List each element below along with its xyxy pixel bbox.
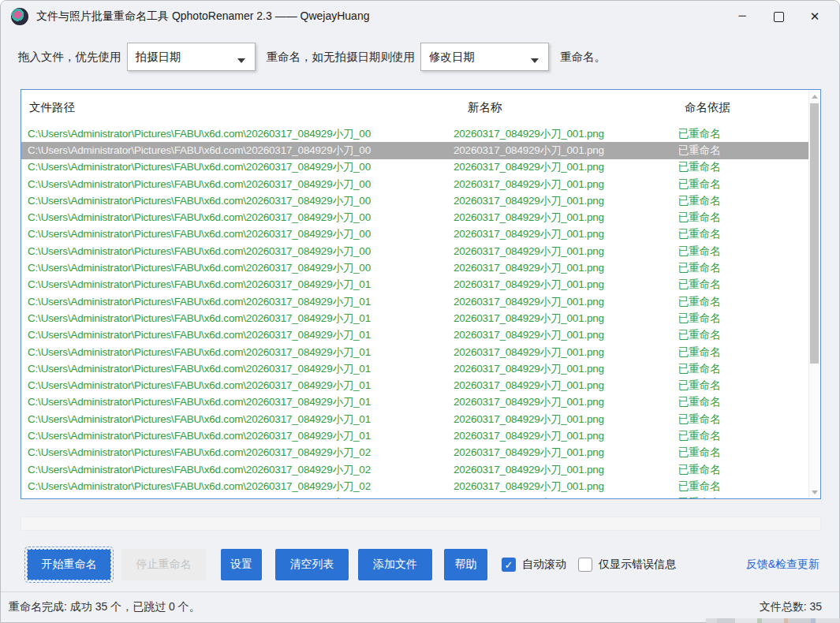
table-row[interactable]: C:\Users\Administrator\Pictures\FABU\x6d… xyxy=(21,344,809,360)
fallback-date-dropdown[interactable]: 修改日期 xyxy=(420,43,549,71)
file-path-cell: C:\Users\Administrator\Pictures\FABU\x6d… xyxy=(21,362,447,376)
table-row[interactable]: C:\Users\Administrator\Pictures\FABU\x6d… xyxy=(21,243,809,259)
table-row[interactable]: C:\Users\Administrator\Pictures\FABU\x6d… xyxy=(21,394,809,411)
file-path-cell: C:\Users\Administrator\Pictures\FABU\x6d… xyxy=(21,144,447,158)
maximize-icon xyxy=(774,12,784,22)
vertical-scrollbar[interactable] xyxy=(808,91,819,498)
status-badge: 已重命名 xyxy=(672,211,809,225)
new-name-cell: 20260317_084929小刀_001.png xyxy=(447,362,672,376)
maximize-button[interactable] xyxy=(760,1,797,32)
file-path-cell: C:\Users\Administrator\Pictures\FABU\x6d… xyxy=(21,211,447,225)
errors-only-checkbox[interactable] xyxy=(578,558,592,572)
file-path-cell: C:\Users\Administrator\Pictures\FABU\x6d… xyxy=(21,312,447,326)
stop-rename-button[interactable]: 停止重命名 xyxy=(121,549,206,580)
close-icon: ✕ xyxy=(810,9,820,24)
status-badge: 已重命名 xyxy=(672,244,809,259)
help-button[interactable]: 帮助 xyxy=(444,549,487,580)
status-badge: 已重命名 xyxy=(672,295,809,309)
column-header-file-path[interactable]: 文件路径 xyxy=(21,100,447,115)
new-name-cell: 20260317_084929小刀_001.png xyxy=(447,144,672,158)
status-badge: 已重命名 xyxy=(672,362,809,376)
rename-result-status: 重命名完成: 成功 35 个，已跳过 0 个。 xyxy=(9,600,200,614)
table-row[interactable]: C:\Users\Administrator\Pictures\FABU\x6d… xyxy=(21,310,809,326)
action-button-row: 开始重命名 停止重命名 设置 清空列表 添加文件 帮助 ✓ 自动滚动 仅显示错误… xyxy=(27,549,676,580)
table-row[interactable]: C:\Users\Administrator\Pictures\FABU\x6d… xyxy=(21,226,809,243)
clear-list-button[interactable]: 清空列表 xyxy=(275,549,349,580)
table-row[interactable]: C:\Users\Administrator\Pictures\FABU\x6d… xyxy=(21,327,809,344)
errors-only-label: 仅显示错误信息 xyxy=(599,558,676,572)
minimize-button[interactable]: ─ xyxy=(724,1,760,32)
file-path-cell: C:\Users\Administrator\Pictures\FABU\x6d… xyxy=(21,278,447,292)
table-row[interactable]: C:\Users\Administrator\Pictures\FABU\x6d… xyxy=(21,159,809,176)
column-header-naming-basis[interactable]: 命名依据 xyxy=(672,100,820,115)
table-row[interactable]: C:\Users\Administrator\Pictures\FABU\x6d… xyxy=(21,377,809,394)
settings-button[interactable]: 设置 xyxy=(221,549,262,580)
feedback-update-link[interactable]: 反馈&检查更新 xyxy=(746,549,819,580)
table-row[interactable]: C:\Users\Administrator\Pictures\FABU\x6d… xyxy=(21,142,809,159)
column-header-new-name[interactable]: 新名称 xyxy=(447,100,672,115)
table-row[interactable]: C:\Users\Administrator\Pictures\FABU\x6d… xyxy=(21,209,809,226)
new-name-cell: 20260317_084929小刀_001.png xyxy=(447,227,672,241)
file-path-cell: C:\Users\Administrator\Pictures\FABU\x6d… xyxy=(21,227,447,241)
table-row[interactable]: C:\Users\Administrator\Pictures\FABU\x6d… xyxy=(21,461,809,478)
primary-date-value: 拍摄日期 xyxy=(136,50,181,65)
file-path-cell: C:\Users\Administrator\Pictures\FABU\x6d… xyxy=(21,446,447,460)
autoscroll-checkbox-group: ✓ 自动滚动 xyxy=(502,558,566,572)
scroll-up-icon[interactable] xyxy=(809,91,819,102)
minimize-icon: ─ xyxy=(738,9,745,21)
table-row[interactable]: C:\Users\Administrator\Pictures\FABU\x6d… xyxy=(21,277,809,293)
file-path-cell: C:\Users\Administrator\Pictures\FABU\x6d… xyxy=(21,496,447,498)
new-name-cell: 20260317_084929小刀_001.png xyxy=(447,211,672,225)
table-row[interactable]: C:\Users\Administrator\Pictures\FABU\x6d… xyxy=(21,192,809,209)
start-rename-button[interactable]: 开始重命名 xyxy=(27,549,111,580)
new-name-cell: 20260317_084929小刀_001.png xyxy=(447,160,672,174)
table-row[interactable]: C:\Users\Administrator\Pictures\FABU\x6d… xyxy=(21,125,809,142)
new-name-cell: 20260317_084929小刀_001.png xyxy=(447,446,672,460)
table-row[interactable]: C:\Users\Administrator\Pictures\FABU\x6d… xyxy=(21,293,809,310)
status-badge: 已重命名 xyxy=(672,227,809,241)
new-name-cell: 20260317_084929小刀_001.png xyxy=(447,379,672,393)
scrollbar-thumb[interactable] xyxy=(810,103,819,364)
file-path-cell: C:\Users\Administrator\Pictures\FABU\x6d… xyxy=(21,328,447,342)
new-name-cell: 20260317_084929小刀_001.png xyxy=(447,261,672,275)
new-name-cell: 20260317_084929小刀_001.png xyxy=(447,412,672,427)
status-badge: 已重命名 xyxy=(672,261,809,275)
app-icon xyxy=(11,8,28,25)
file-path-cell: C:\Users\Administrator\Pictures\FABU\x6d… xyxy=(21,379,447,393)
table-row[interactable]: C:\Users\Administrator\Pictures\FABU\x6d… xyxy=(21,478,809,494)
status-badge: 已重命名 xyxy=(672,278,809,292)
titlebar: 文件与照片批量重命名工具 QphotoRenamer 2.3 —— Qwejay… xyxy=(1,1,839,32)
new-name-cell: 20260317_084929小刀_001.png xyxy=(447,278,672,292)
progress-bar xyxy=(21,517,821,531)
status-badge: 已重命名 xyxy=(672,160,809,174)
new-name-cell: 20260317_084929小刀_001.png xyxy=(447,395,672,409)
primary-date-dropdown[interactable]: 拍摄日期 xyxy=(127,43,256,71)
check-icon: ✓ xyxy=(505,560,513,570)
close-button[interactable]: ✕ xyxy=(797,1,833,32)
table-row[interactable]: C:\Users\Administrator\Pictures\FABU\x6d… xyxy=(21,427,809,444)
table-row[interactable]: C:\Users\Administrator\Pictures\FABU\x6d… xyxy=(21,360,809,377)
table-row[interactable]: C:\Users\Administrator\Pictures\FABU\x6d… xyxy=(21,176,809,192)
table-row[interactable]: C:\Users\Administrator\Pictures\FABU\x6d… xyxy=(21,411,809,427)
scroll-down-icon[interactable] xyxy=(809,487,819,498)
status-badge: 已重命名 xyxy=(672,412,809,427)
status-badge: 已重命名 xyxy=(672,429,809,443)
table-row[interactable]: C:\Users\Administrator\Pictures\FABU\x6d… xyxy=(21,445,809,461)
file-path-cell: C:\Users\Administrator\Pictures\FABU\x6d… xyxy=(21,244,447,259)
new-name-cell: 20260317_084929小刀_001.png xyxy=(447,429,672,443)
new-name-cell: 20260317_084929小刀_001.png xyxy=(447,177,672,192)
status-badge: 已重命名 xyxy=(672,496,809,498)
status-badge: 已重命名 xyxy=(672,328,809,342)
status-badge: 已重命名 xyxy=(672,446,809,460)
file-path-cell: C:\Users\Administrator\Pictures\FABU\x6d… xyxy=(21,345,447,360)
new-name-cell: 20260317_084929小刀_001.png xyxy=(447,496,672,498)
new-name-cell: 20260317_084929小刀_001.png xyxy=(447,194,672,208)
table-header: 文件路径 新名称 命名依据 xyxy=(21,90,820,125)
autoscroll-checkbox[interactable]: ✓ xyxy=(502,558,516,572)
table-row[interactable]: C:\Users\Administrator\Pictures\FABU\x6d… xyxy=(21,259,809,276)
file-path-cell: C:\Users\Administrator\Pictures\FABU\x6d… xyxy=(21,395,447,409)
table-row[interactable]: C:\Users\Administrator\Pictures\FABU\x6d… xyxy=(21,495,809,498)
window-title: 文件与照片批量重命名工具 QphotoRenamer 2.3 —— Qwejay… xyxy=(36,9,369,24)
add-files-button[interactable]: 添加文件 xyxy=(358,549,432,580)
file-list-table: 文件路径 新名称 命名依据 C:\Users\Administrator\Pic… xyxy=(21,89,821,499)
